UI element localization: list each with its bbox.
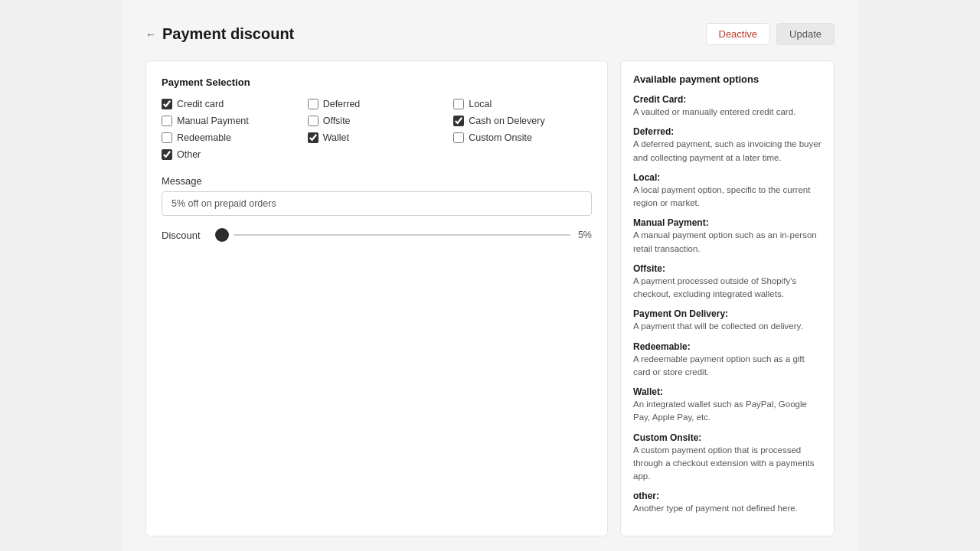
option-name: Local: [633, 172, 822, 183]
payment-option-item: Wallet:An integrated wallet such as PayP… [633, 386, 822, 425]
checkbox-label-wallet: Wallet [323, 132, 349, 143]
option-name: Redeemable: [633, 341, 822, 352]
checkbox-label-other: Other [177, 149, 201, 160]
checkbox-item-offsite: Offsite [308, 116, 446, 126]
payment-option-item: Custom Onsite:A custom payment option th… [633, 432, 822, 484]
slider-thumb[interactable] [215, 228, 229, 242]
checkbox-redeemable[interactable] [162, 132, 172, 143]
checkbox-label-manual_payment: Manual Payment [177, 116, 249, 126]
checkbox-local[interactable] [453, 99, 464, 109]
payment-option-item: Offsite:A payment processed outside of S… [633, 263, 822, 302]
payment-option-item: Manual Payment:A manual payment option s… [633, 217, 822, 256]
checkbox-label-credit_card: Credit card [177, 99, 224, 109]
checkbox-manual_payment[interactable] [162, 116, 172, 126]
checkbox-item-deferred: Deferred [308, 99, 446, 109]
option-description: A payment that will be collected on deli… [633, 320, 822, 333]
checkbox-label-offsite: Offsite [323, 116, 351, 126]
main-container: ← Payment discount Deactive Update Payme… [122, 0, 858, 551]
right-panel: Available payment options Credit Card:A … [620, 60, 835, 536]
header-left: ← Payment discount [145, 25, 294, 43]
checkbox-credit_card[interactable] [162, 99, 172, 109]
checkbox-item-cash_on_delivery: Cash on Delevery [453, 116, 592, 126]
checkbox-item-redeemable: Redeemable [162, 132, 300, 143]
page-title: Payment discount [162, 25, 294, 43]
payment-option-item: Payment On Delivery:A payment that will … [633, 308, 822, 333]
page-wrapper: ← Payment discount Deactive Update Payme… [0, 0, 980, 551]
payment-selection-title: Payment Selection [162, 77, 592, 88]
option-description: An integrated wallet such as PayPal, Goo… [633, 398, 822, 425]
discount-section: Discount 5% [162, 228, 592, 242]
checkbox-label-cash_on_delivery: Cash on Delevery [469, 116, 544, 126]
slider-track[interactable] [234, 234, 570, 236]
option-description: Another type of payment not defined here… [633, 502, 822, 515]
discount-label: Discount [162, 230, 207, 241]
deactive-button[interactable]: Deactive [706, 23, 771, 45]
checkbox-offsite[interactable] [308, 116, 318, 126]
message-section: Message [162, 175, 592, 216]
checkbox-label-custom_onsite: Custom Onsite [469, 132, 532, 143]
slider-container [215, 228, 570, 242]
payment-option-item: Redeemable:A redeemable payment option s… [633, 341, 822, 380]
checkbox-label-redeemable: Redeemable [177, 132, 231, 143]
option-description: A deferred payment, such as invoicing th… [633, 138, 822, 165]
page-header: ← Payment discount Deactive Update [145, 23, 835, 45]
update-button[interactable]: Update [776, 23, 835, 45]
checkboxes-grid: Credit cardDeferredLocalManual PaymentOf… [162, 99, 592, 160]
left-panel: Payment Selection Credit cardDeferredLoc… [145, 60, 608, 536]
option-description: A manual payment option such as an in-pe… [633, 229, 822, 256]
main-content: Payment Selection Credit cardDeferredLoc… [145, 60, 835, 536]
checkbox-custom_onsite[interactable] [453, 132, 464, 143]
option-description: A vaulted or manually entered credit car… [633, 106, 822, 119]
checkbox-item-other: Other [162, 149, 300, 160]
checkbox-wallet[interactable] [308, 132, 318, 143]
option-name: other: [633, 491, 822, 501]
option-name: Offsite: [633, 263, 822, 274]
checkbox-item-manual_payment: Manual Payment [162, 116, 300, 126]
option-description: A custom payment option that is processe… [633, 444, 822, 484]
checkbox-label-local: Local [469, 99, 492, 109]
available-options-list: Credit Card:A vaulted or manually entere… [633, 94, 822, 516]
message-input[interactable] [162, 191, 592, 216]
checkbox-item-custom_onsite: Custom Onsite [453, 132, 592, 143]
option-name: Payment On Delivery: [633, 308, 822, 319]
back-arrow-icon[interactable]: ← [145, 28, 156, 41]
message-label: Message [162, 175, 592, 187]
checkbox-cash_on_delivery[interactable] [453, 116, 464, 126]
option-name: Credit Card: [633, 94, 822, 105]
checkbox-item-credit_card: Credit card [162, 99, 300, 109]
payment-option-item: other:Another type of payment not define… [633, 491, 822, 515]
payment-option-item: Deferred:A deferred payment, such as inv… [633, 126, 822, 165]
checkbox-other[interactable] [162, 149, 172, 160]
payment-option-item: Credit Card:A vaulted or manually entere… [633, 94, 822, 119]
option-name: Manual Payment: [633, 217, 822, 228]
option-description: A redeemable payment option such as a gi… [633, 353, 822, 380]
option-name: Deferred: [633, 126, 822, 137]
checkbox-item-wallet: Wallet [308, 132, 446, 143]
checkbox-label-deferred: Deferred [323, 99, 361, 109]
header-buttons: Deactive Update [706, 23, 835, 45]
option-name: Wallet: [633, 386, 822, 397]
option-name: Custom Onsite: [633, 432, 822, 443]
option-description: A local payment option, specific to the … [633, 184, 822, 210]
discount-value: 5% [578, 230, 592, 240]
payment-option-item: Local:A local payment option, specific t… [633, 172, 822, 210]
available-options-title: Available payment options [633, 73, 822, 85]
checkbox-item-local: Local [453, 99, 592, 109]
option-description: A payment processed outside of Shopify's… [633, 275, 822, 302]
checkbox-deferred[interactable] [308, 99, 318, 109]
